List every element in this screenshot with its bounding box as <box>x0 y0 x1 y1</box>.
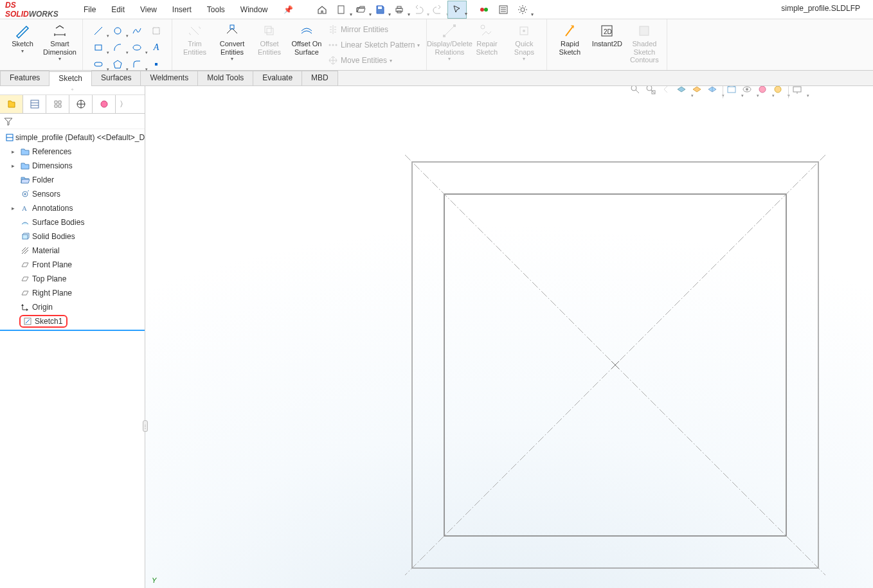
origin-icon <box>19 303 31 312</box>
config-tab-icon[interactable] <box>46 95 69 113</box>
tree-item-surface-bodies[interactable]: Surface Bodies <box>0 215 145 229</box>
tree-item-dimensions[interactable]: ▸Dimensions <box>0 159 145 173</box>
tree-item-sketch1[interactable]: Sketch1 <box>0 314 145 328</box>
rectangle-icon[interactable] <box>89 40 107 55</box>
text-icon[interactable]: A <box>147 40 165 55</box>
svg-point-25 <box>336 44 338 46</box>
annot-icon: A <box>19 204 31 213</box>
tab-moldtools[interactable]: Mold Tools <box>197 71 253 85</box>
svg-line-46 <box>28 190 29 192</box>
menu-tools[interactable]: Tools <box>201 3 231 17</box>
tree-item-material-not-specified-[interactable]: Material <box>0 244 145 258</box>
smart-dimension-button[interactable]: Smart Dimension▾ <box>41 22 78 63</box>
dimxpert-tab-icon[interactable] <box>69 95 93 113</box>
tab-sketch[interactable]: Sketch <box>49 71 92 86</box>
polygon-icon[interactable] <box>109 57 127 72</box>
instant2d-button[interactable]: 2D Instant2D <box>588 22 626 49</box>
move-entities-button[interactable]: Move Entities▾ <box>325 53 422 68</box>
tree-item-annotations[interactable]: ▸AAnnotations <box>0 201 145 215</box>
region-icon[interactable] <box>147 23 165 39</box>
arc-icon[interactable] <box>109 40 127 55</box>
line-icon[interactable] <box>89 23 107 39</box>
point-icon[interactable] <box>147 57 165 72</box>
tree-item-right-plane[interactable]: Right Plane <box>0 286 145 300</box>
home-icon[interactable] <box>312 1 332 19</box>
spline-icon[interactable] <box>128 23 146 39</box>
menu-view[interactable]: View <box>134 3 163 17</box>
offset-entities-button[interactable]: Offset Entities <box>251 22 288 57</box>
panel-splitter[interactable]: ⋮ <box>143 420 148 432</box>
feature-manager-panel: ◦ 〉 simple_profile (Default) <<Default>_… <box>0 86 145 588</box>
open-icon[interactable] <box>351 1 370 19</box>
svg-rect-15 <box>95 45 102 50</box>
tab-evaluate[interactable]: Evaluate <box>253 71 302 85</box>
convert-entities-button[interactable]: Convert Entities▾ <box>213 22 251 63</box>
tree-filter[interactable] <box>0 114 145 129</box>
tree-item-solid-bodies[interactable]: Solid Bodies <box>0 229 145 244</box>
plane-icon <box>19 289 31 298</box>
tab-weldments[interactable]: Weldments <box>140 71 198 85</box>
trim-entities-button[interactable]: Trim Entities <box>176 22 213 57</box>
tree-item-label: Sketch1 <box>33 317 62 326</box>
mirror-entities-button[interactable]: Mirror Entities <box>325 22 422 37</box>
menu-insert[interactable]: Insert <box>166 3 198 17</box>
tree-item-label: Annotations <box>31 204 73 213</box>
tree-item-sensors[interactable]: Sensors <box>0 187 145 201</box>
undo-icon[interactable] <box>409 1 428 19</box>
linear-pattern-button[interactable]: Linear Sketch Pattern▾ <box>325 37 422 53</box>
menu-window[interactable]: Window <box>234 3 274 17</box>
svg-rect-17 <box>94 62 102 66</box>
display-delete-relations-button[interactable]: Display/Delete Relations▾ <box>431 22 468 63</box>
menu-edit[interactable]: Edit <box>105 3 131 17</box>
sensor-icon <box>19 190 31 199</box>
display-tab-icon[interactable] <box>93 95 116 113</box>
plane-icon <box>19 274 31 283</box>
tab-mbd[interactable]: MBD <box>302 71 338 85</box>
feature-tree: simple_profile (Default) <<Default>_D ▸R… <box>0 129 145 588</box>
svg-point-13 <box>114 28 121 34</box>
svg-text:2D: 2D <box>604 28 612 35</box>
sketch-button[interactable]: Sketch▾ <box>4 22 41 55</box>
tree-item-label: Material <box>31 246 60 255</box>
svg-point-6 <box>484 8 488 12</box>
property-tab-icon[interactable] <box>23 95 46 113</box>
svg-rect-21 <box>265 26 271 33</box>
expand-tabs-icon[interactable]: 〉 <box>116 95 131 113</box>
settings-gear-icon[interactable] <box>513 1 532 19</box>
folder-open-icon <box>19 175 31 184</box>
select-icon[interactable] <box>447 1 467 19</box>
tree-root[interactable]: simple_profile (Default) <<Default>_D <box>0 130 145 145</box>
menu-pin-icon[interactable]: 📌 <box>277 3 300 17</box>
tab-surfaces[interactable]: Surfaces <box>91 71 141 85</box>
slot-icon[interactable] <box>89 57 107 72</box>
tab-features[interactable]: Features <box>0 71 50 85</box>
shaded-contours-button[interactable]: Shaded Sketch Contours <box>626 22 663 66</box>
redo-icon[interactable] <box>428 1 447 19</box>
options-list-icon[interactable] <box>494 1 513 19</box>
fillet-icon[interactable] <box>128 57 146 72</box>
graphics-area[interactable]: Y <box>145 86 873 588</box>
svg-point-23 <box>329 44 331 46</box>
save-icon[interactable] <box>370 1 390 19</box>
circle-icon[interactable] <box>109 23 127 39</box>
svg-point-11 <box>521 8 525 12</box>
menu-file[interactable]: File <box>77 3 102 17</box>
tree-item-top-plane[interactable]: Top Plane <box>0 272 145 286</box>
quick-access-toolbar <box>312 1 532 19</box>
tree-item-label: Origin <box>31 303 53 312</box>
rapid-sketch-button[interactable]: Rapid Sketch <box>551 22 588 57</box>
tree-item-front-plane[interactable]: Front Plane <box>0 258 145 272</box>
offset-on-surface-button[interactable]: Offset On Surface <box>288 22 325 57</box>
svg-point-16 <box>133 45 141 50</box>
tree-item-folder[interactable]: Folder <box>0 173 145 187</box>
quick-snaps-button[interactable]: Quick Snaps▾ <box>505 22 543 63</box>
panel-grip[interactable]: ◦ <box>0 86 145 95</box>
tree-item-origin[interactable]: Origin <box>0 300 145 314</box>
ellipse-icon[interactable] <box>128 40 146 55</box>
tree-item-references[interactable]: ▸References <box>0 145 145 159</box>
new-icon[interactable] <box>332 1 351 19</box>
print-icon[interactable] <box>390 1 409 19</box>
repair-sketch-button[interactable]: Repair Sketch <box>468 22 505 57</box>
traffic-light-icon[interactable] <box>474 1 494 19</box>
feature-tree-tab-icon[interactable] <box>0 95 23 113</box>
